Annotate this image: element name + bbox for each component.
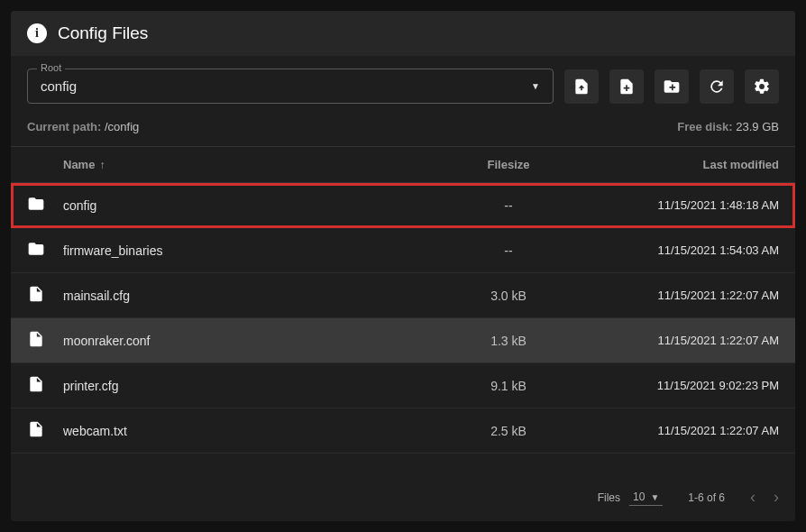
folder-icon: [27, 195, 63, 216]
pagination: Files 10 ▼ 1-6 of 6 ‹ ›: [11, 473, 795, 521]
row-name: config: [63, 198, 418, 213]
row-modified: 11/15/2021 9:02:23 PM: [599, 379, 779, 392]
sort-ascending-icon: ↑: [99, 159, 105, 171]
root-select-label: Root: [37, 62, 65, 73]
row-name: moonraker.conf: [63, 334, 418, 348]
chevron-down-icon: ▼: [531, 81, 540, 91]
pagination-next-button[interactable]: ›: [774, 488, 779, 507]
free-disk-label: Free disk:: [677, 120, 732, 133]
row-modified: 11/15/2021 1:48:18 AM: [599, 198, 779, 212]
table-row[interactable]: config--11/15/2021 1:48:18 AM: [11, 183, 795, 228]
settings-button[interactable]: [745, 69, 779, 104]
file-icon: [27, 285, 63, 306]
row-modified: 11/15/2021 1:22:07 AM: [599, 289, 779, 302]
chevron-down-icon: ▼: [650, 492, 659, 502]
row-name: webcam.txt: [63, 424, 418, 438]
upload-file-button[interactable]: [564, 69, 599, 104]
free-disk: Free disk: 23.9 GB: [677, 120, 779, 133]
info-icon: i: [27, 23, 47, 43]
row-size: --: [418, 243, 599, 258]
row-modified: 11/15/2021 1:22:07 AM: [599, 424, 779, 437]
table-row[interactable]: printer.cfg9.1 kB11/15/2021 9:02:23 PM: [11, 363, 795, 408]
root-select[interactable]: Root config ▼: [27, 69, 554, 104]
new-folder-button[interactable]: [655, 69, 689, 104]
path-bar: Current path: /config Free disk: 23.9 GB: [11, 116, 795, 146]
free-disk-value: 23.9 GB: [736, 120, 779, 133]
pagination-nav: ‹ ›: [750, 488, 779, 507]
table-row[interactable]: mainsail.cfg3.0 kB11/15/2021 1:22:07 AM: [11, 273, 795, 318]
pagination-prev-button[interactable]: ‹: [750, 488, 756, 507]
refresh-button[interactable]: [700, 69, 734, 104]
row-name: mainsail.cfg: [63, 289, 418, 303]
row-size: 9.1 kB: [418, 379, 599, 393]
table-row[interactable]: webcam.txt2.5 kB11/15/2021 1:22:07 AM: [11, 408, 795, 454]
row-size: 1.3 kB: [418, 334, 599, 348]
table-header-filesize[interactable]: Filesize: [418, 158, 599, 171]
table-row[interactable]: moonraker.conf1.3 kB11/15/2021 1:22:07 A…: [11, 318, 795, 363]
pagination-size: Files 10 ▼: [598, 489, 664, 506]
file-icon: [27, 375, 63, 396]
row-modified: 11/15/2021 1:54:03 AM: [599, 243, 779, 257]
table-header-name[interactable]: Name ↑: [63, 158, 418, 171]
table-header-modified[interactable]: Last modified: [599, 158, 779, 171]
pagination-label: Files: [598, 491, 620, 504]
pagination-range: 1-6 of 6: [688, 491, 725, 504]
row-name: printer.cfg: [63, 379, 418, 393]
file-icon: [27, 330, 63, 351]
table-row[interactable]: firmware_binaries--11/15/2021 1:54:03 AM: [11, 228, 795, 273]
current-path: Current path: /config: [27, 120, 139, 133]
row-size: 3.0 kB: [418, 289, 599, 303]
table-header: Name ↑ Filesize Last modified: [11, 146, 795, 183]
table-header-icon-col: [27, 158, 63, 171]
toolbar: Root config ▼: [11, 56, 795, 116]
row-name: firmware_binaries: [63, 243, 418, 258]
file-icon: [27, 420, 63, 441]
config-files-panel: i Config Files Root config ▼ Current pat…: [11, 11, 795, 521]
table-header-name-label: Name: [63, 158, 95, 171]
pagination-size-value: 10: [633, 491, 645, 503]
pagination-size-select[interactable]: 10 ▼: [629, 489, 663, 506]
new-file-button[interactable]: [609, 69, 644, 104]
root-select-value: config: [41, 78, 77, 94]
table-body: config--11/15/2021 1:48:18 AMfirmware_bi…: [11, 183, 795, 473]
folder-icon: [27, 240, 63, 261]
current-path-label: Current path:: [27, 120, 101, 133]
panel-header: i Config Files: [11, 11, 795, 56]
row-size: 2.5 kB: [418, 424, 599, 438]
current-path-value: /config: [105, 120, 139, 133]
row-modified: 11/15/2021 1:22:07 AM: [599, 334, 779, 347]
panel-title: Config Files: [58, 23, 148, 43]
row-size: --: [418, 198, 599, 213]
